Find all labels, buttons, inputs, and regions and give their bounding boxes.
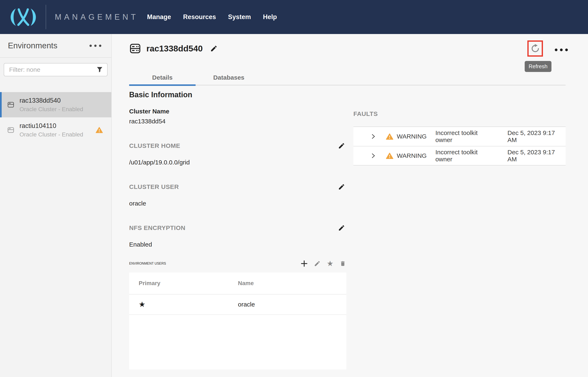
tab-details[interactable]: Details — [129, 70, 196, 85]
environments-menu-button[interactable] — [89, 45, 101, 47]
edit-title-pencil-icon[interactable] — [210, 45, 218, 52]
fault-severity: WARNING — [397, 152, 427, 159]
chevron-right-icon[interactable] — [370, 134, 376, 139]
refresh-annotation-box — [527, 40, 543, 57]
nav-manage[interactable]: Manage — [147, 13, 171, 21]
chevron-right-icon[interactable] — [370, 153, 376, 159]
warning-triangle-icon — [96, 127, 103, 133]
cluster-name-label: Cluster Name — [129, 108, 346, 115]
table-header-row: Primary Name — [129, 272, 346, 295]
page-title: rac1338dd540 — [146, 44, 203, 54]
filter-container — [4, 63, 108, 76]
delphix-logo-icon — [7, 6, 39, 28]
primary-star-icon: ★ — [139, 300, 145, 308]
environment-users-header: ENVIRONMENT USERS ★ — [129, 260, 346, 267]
table-row[interactable]: ★ oracle — [129, 295, 346, 315]
user-name-cell: oracle — [238, 301, 255, 308]
page-title-row: rac1338dd540 — [130, 44, 218, 54]
environment-item-texts: ractiu104110 Oracle Cluster - Enabled — [20, 122, 83, 138]
nav-resources[interactable]: Resources — [183, 13, 216, 21]
environment-list: rac1338dd540 Oracle Cluster - Enabled ra… — [0, 92, 111, 143]
environment-item-texts: rac1338dd540 Oracle Cluster - Enabled — [20, 97, 83, 113]
column-header-name: Name — [238, 280, 254, 287]
faults-heading: FAULTS — [353, 110, 566, 117]
faults-section: FAULTS WARNING Incorrect toolkit owner D… — [353, 110, 566, 165]
fault-title: Incorrect toolkit owner — [435, 130, 496, 143]
environment-actions-menu-button[interactable] — [553, 47, 570, 53]
environment-name: rac1338dd540 — [20, 97, 83, 104]
environment-icon — [7, 102, 14, 108]
tab-databases-label: Databases — [213, 74, 244, 81]
dot-icon — [555, 48, 557, 51]
filter-input[interactable] — [4, 63, 108, 76]
nfs-encryption-label: NFS ENCRYPTION — [129, 224, 185, 231]
environment-users-table: Primary Name ★ oracle — [129, 272, 346, 370]
environment-users-heading: ENVIRONMENT USERS — [129, 262, 166, 265]
cluster-user-label: CLUSTER USER — [129, 183, 179, 190]
fault-row[interactable]: WARNING Incorrect toolkit owner Dec 5, 2… — [353, 127, 566, 146]
cluster-home-label: CLUSTER HOME — [129, 142, 180, 149]
environment-subtitle: Oracle Cluster - Enabled — [20, 106, 83, 113]
basic-information-section: Basic Information Cluster Name rac1338dd… — [129, 90, 346, 370]
nfs-encryption-field: NFS ENCRYPTION Enabled — [129, 224, 346, 248]
edit-cluster-user-pencil-icon[interactable] — [338, 183, 345, 190]
cluster-name-field: Cluster Name rac1338dd54 — [129, 108, 346, 125]
brand-title: MANAGEMENT — [55, 13, 138, 22]
dot-icon — [94, 45, 97, 47]
column-header-primary: Primary — [129, 280, 238, 287]
cluster-user-value: oracle — [129, 200, 346, 207]
edit-user-pencil-icon[interactable] — [314, 260, 321, 267]
dot-icon — [89, 45, 92, 47]
delete-user-trash-icon[interactable] — [340, 260, 346, 267]
fault-date: Dec 5, 2023 9:17 AM — [507, 130, 566, 143]
edit-nfs-encryption-pencil-icon[interactable] — [338, 224, 345, 231]
active-tab-indicator — [129, 84, 196, 86]
filter-funnel-icon[interactable] — [96, 66, 103, 73]
detail-tabs: Details Databases — [129, 70, 566, 85]
cluster-home-value: /u01/app/19.0.0.0/grid — [129, 159, 346, 166]
dot-icon — [565, 48, 568, 51]
environment-icon — [130, 44, 140, 54]
environment-subtitle: Oracle Cluster - Enabled — [20, 131, 83, 138]
top-navbar: MANAGEMENT Manage Resources System Help — [0, 0, 588, 34]
brand-divider — [46, 5, 46, 29]
cluster-home-field: CLUSTER HOME /u01/app/19.0.0.0/grid — [129, 142, 346, 166]
nfs-encryption-value: Enabled — [129, 241, 346, 248]
cluster-name-value: rac1338dd54 — [129, 118, 346, 125]
environments-sidebar: Environments rac1338dd540 Oracle Cluster… — [0, 34, 112, 377]
nav-system[interactable]: System — [228, 13, 251, 21]
dot-icon — [560, 48, 563, 51]
warning-triangle-icon — [386, 153, 393, 159]
environment-detail-panel: rac1338dd540 Refresh Details Databases B… — [112, 34, 588, 377]
nav-help[interactable]: Help — [263, 13, 277, 21]
sidebar-title: Environments — [8, 41, 57, 50]
warning-triangle-icon — [386, 133, 393, 140]
fault-date: Dec 5, 2023 9:17 AM — [507, 149, 566, 163]
fault-title: Incorrect toolkit owner — [435, 149, 496, 163]
environment-list-item-rac1338dd540[interactable]: rac1338dd540 Oracle Cluster - Enabled — [0, 92, 111, 117]
environment-users-toolbar: ★ — [301, 260, 346, 267]
tab-databases[interactable]: Databases — [196, 70, 262, 85]
dot-icon — [99, 45, 101, 47]
set-primary-star-icon[interactable]: ★ — [327, 260, 333, 267]
sidebar-header: Environments — [0, 34, 111, 58]
environment-name: ractiu104110 — [20, 122, 83, 130]
fault-severity: WARNING — [397, 133, 427, 140]
cluster-user-field: CLUSTER USER oracle — [129, 183, 346, 207]
environment-icon — [7, 127, 14, 133]
fault-row[interactable]: WARNING Incorrect toolkit owner Dec 5, 2… — [353, 146, 566, 165]
faults-list: WARNING Incorrect toolkit owner Dec 5, 2… — [353, 127, 566, 165]
environment-list-item-ractiu104110[interactable]: ractiu104110 Oracle Cluster - Enabled — [0, 117, 111, 143]
refresh-icon[interactable] — [530, 44, 540, 53]
main-nav: Manage Resources System Help — [147, 13, 277, 21]
add-user-icon[interactable] — [301, 260, 308, 267]
tab-details-label: Details — [152, 74, 173, 81]
basic-information-heading: Basic Information — [129, 90, 346, 99]
edit-cluster-home-pencil-icon[interactable] — [338, 142, 345, 149]
